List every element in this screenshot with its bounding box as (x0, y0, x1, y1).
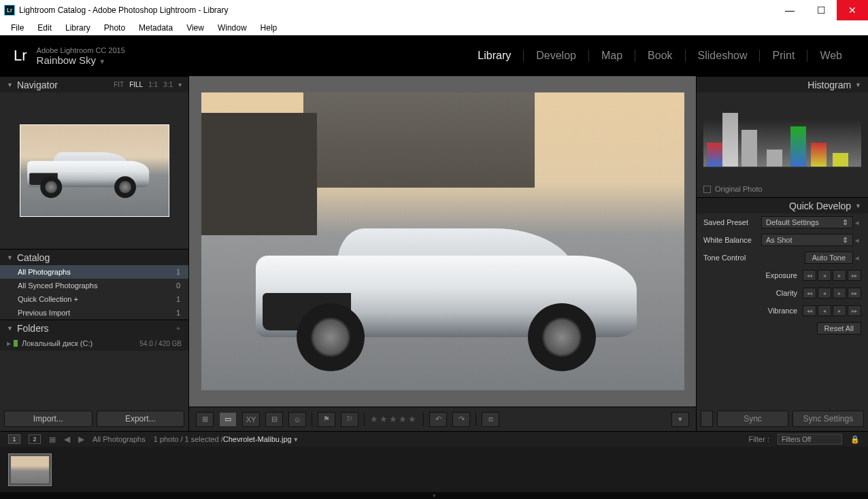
grid-icon[interactable]: ⊞ (196, 412, 214, 427)
tone-control-row: Tone Control Auto Tone ◂ (697, 249, 868, 266)
menu-file[interactable]: File (4, 22, 31, 34)
sync-lock-icon[interactable] (701, 411, 713, 427)
import-button[interactable]: Import... (4, 411, 93, 427)
navigator-panel-header[interactable]: ▼ Navigator FIT FILL 1:1 3:1 ▾ (0, 76, 188, 92)
window-maximize-button[interactable]: ☐ (805, 0, 837, 20)
window-close-button[interactable]: ✕ (837, 0, 868, 20)
exposure-inc-button[interactable]: ▸ (833, 270, 846, 281)
clarity-inc2-button[interactable]: ▸▸ (848, 288, 861, 298)
catalog-item-synced[interactable]: All Synced Photographs0 (0, 279, 188, 292)
vibrance-dec2-button[interactable]: ◂◂ (803, 305, 816, 316)
export-button[interactable]: Export... (97, 411, 185, 427)
catalog-panel-header[interactable]: ▼ Catalog (0, 249, 188, 265)
zoom-fit[interactable]: FIT (114, 81, 124, 88)
catalog-item-all-photographs[interactable]: All Photographs1 (0, 265, 188, 279)
catalog-item-quick-collection[interactable]: Quick Collection +1 (0, 292, 188, 306)
menu-library[interactable]: Library (59, 22, 97, 34)
menu-metadata[interactable]: Metadata (132, 22, 180, 34)
vibrance-inc2-button[interactable]: ▸▸ (848, 305, 861, 316)
nav-forward-icon[interactable]: ▶ (78, 434, 84, 444)
histogram-chart[interactable] (697, 92, 868, 181)
sync-button[interactable]: Sync (717, 411, 788, 427)
clarity-row: Clarity ◂◂ ◂ ▸ ▸▸ (697, 284, 868, 302)
screen2-button[interactable]: 2 (29, 434, 41, 444)
star-rating[interactable]: ★★★★★ (370, 414, 418, 424)
filter-lock-icon[interactable]: 🔒 (850, 435, 860, 444)
chevron-down-icon: ▼ (855, 82, 861, 88)
catalog-item-previous-import[interactable]: Previous Import1 (0, 306, 188, 320)
folders-drive-row[interactable]: ▶ Локальный диск (C:) 54.0 / 420 GB (0, 336, 188, 351)
catalog-name[interactable]: Rainbow Sky ▼ (37, 54, 125, 66)
people-icon[interactable]: ☺ (288, 412, 306, 427)
flag-reject-icon[interactable]: ⚐ (341, 412, 358, 427)
exposure-inc2-button[interactable]: ▸▸ (848, 270, 861, 281)
zoom-menu-icon[interactable]: ▾ (178, 81, 182, 88)
window-titlebar: Lr Lightroom Catalog - Adobe Photoshop L… (0, 0, 868, 20)
module-book[interactable]: Book (635, 50, 685, 62)
menu-edit[interactable]: Edit (31, 22, 59, 34)
drive-capacity: 54.0 / 420 GB (139, 340, 182, 347)
filter-select[interactable]: Filters Off (778, 434, 842, 445)
module-map[interactable]: Map (589, 50, 635, 62)
module-slideshow[interactable]: Slideshow (686, 50, 761, 62)
folders-panel-header[interactable]: ▼ Folders ＋ (0, 320, 188, 336)
checkbox-icon[interactable] (703, 186, 711, 193)
saved-preset-select[interactable]: Default Settings⇕ (761, 216, 853, 228)
white-balance-select[interactable]: As Shot⇕ (761, 234, 853, 246)
sync-settings-button[interactable]: Sync Settings (792, 411, 864, 427)
exposure-dec2-button[interactable]: ◂◂ (803, 270, 816, 281)
rotate-right-icon[interactable]: ↷ (452, 412, 470, 427)
auto-tone-button[interactable]: Auto Tone (805, 252, 853, 264)
histogram-panel-header[interactable]: Histogram ▼ (697, 76, 868, 92)
screen1-button[interactable]: 1 (8, 434, 20, 444)
navigator-preview[interactable] (0, 92, 188, 249)
module-develop[interactable]: Develop (524, 50, 589, 62)
menu-help[interactable]: Help (254, 22, 284, 34)
chevron-left-icon[interactable]: ◂ (853, 236, 861, 245)
chevron-left-icon[interactable]: ◂ (853, 218, 861, 227)
flag-pick-icon[interactable]: ⚑ (318, 412, 335, 427)
exposure-dec-button[interactable]: ◂ (818, 270, 831, 281)
compare-icon[interactable]: XY (242, 412, 260, 427)
menu-photo[interactable]: Photo (97, 22, 132, 34)
folders-add-icon[interactable]: ＋ (175, 324, 182, 333)
module-library[interactable]: Library (465, 50, 524, 62)
histogram-title: Histogram (807, 80, 851, 90)
product-name: Adobe Lightroom CC 2015 (37, 46, 125, 54)
nav-back-icon[interactable]: ◀ (64, 434, 70, 444)
clarity-inc-button[interactable]: ▸ (833, 288, 846, 298)
vibrance-dec-button[interactable]: ◂ (818, 305, 831, 316)
original-photo-toggle[interactable]: Original Photo (697, 181, 868, 197)
toolbar-menu-icon[interactable]: ▾ (671, 412, 689, 427)
rotate-left-icon[interactable]: ↶ (429, 412, 447, 427)
survey-icon[interactable]: ⊟ (265, 412, 283, 427)
crop-overlay-icon[interactable]: ⧈ (482, 412, 499, 427)
clarity-dec-button[interactable]: ◂ (818, 288, 831, 298)
filmstrip-thumbnail[interactable] (8, 453, 52, 486)
reset-row: Reset All (697, 320, 868, 337)
module-web[interactable]: Web (807, 50, 854, 62)
filmstrip-breadcrumb[interactable]: All Photographs (93, 435, 146, 443)
module-print[interactable]: Print (760, 50, 807, 62)
menu-window[interactable]: Window (211, 22, 254, 34)
reset-all-button[interactable]: Reset All (817, 322, 861, 334)
chevron-right-icon: ▶ (7, 341, 11, 347)
zoom-fill[interactable]: FILL (129, 81, 143, 88)
filmstrip-grip-icon[interactable]: ▾ (0, 492, 868, 499)
quick-develop-panel-header[interactable]: Quick Develop ▼ (697, 197, 868, 213)
window-minimize-button[interactable]: — (774, 0, 805, 20)
photo-viewer[interactable] (189, 76, 696, 407)
clarity-dec2-button[interactable]: ◂◂ (803, 288, 816, 298)
zoom-1to1[interactable]: 1:1 (148, 81, 158, 88)
exposure-row: Exposure ◂◂ ◂ ▸ ▸▸ (697, 266, 868, 284)
drive-name: Локальный диск (C:) (22, 339, 93, 347)
vibrance-inc-button[interactable]: ▸ (833, 305, 846, 316)
filmstrip: 1 2 ▦ ◀ ▶ All Photographs 1 photo / 1 se… (0, 431, 868, 492)
chevron-left-icon[interactable]: ◂ (853, 254, 861, 262)
loupe-icon[interactable]: ▭ (219, 412, 237, 427)
zoom-3to1[interactable]: 3:1 (163, 81, 173, 88)
catalog-title: Catalog (17, 252, 50, 263)
window-title: Lightroom Catalog - Adobe Photoshop Ligh… (19, 5, 774, 15)
grid-small-icon[interactable]: ▦ (49, 435, 56, 444)
menu-view[interactable]: View (180, 22, 211, 34)
